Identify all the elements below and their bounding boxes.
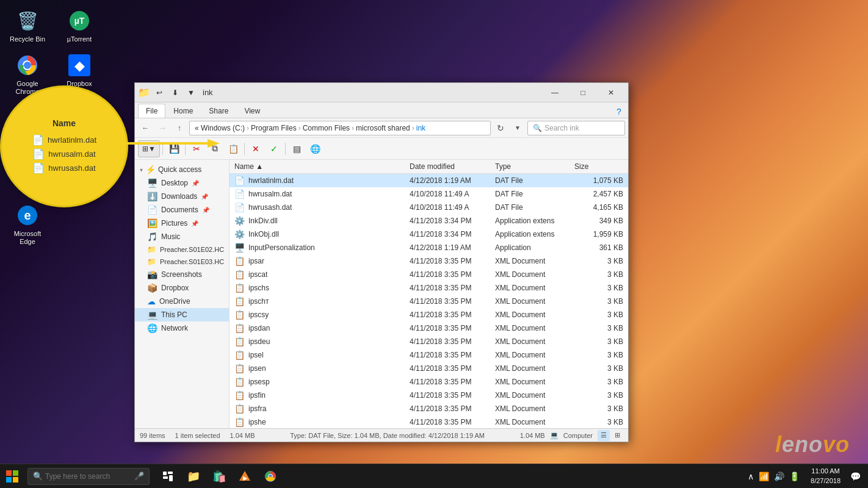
file-size: 3 KB xyxy=(574,351,623,359)
start-button[interactable] xyxy=(0,464,24,489)
col-name[interactable]: Name ▲ xyxy=(234,162,410,171)
tab-share[interactable]: Share xyxy=(201,104,236,118)
file-name-cell: 📄 hwrusash.dat xyxy=(234,203,410,212)
callout-file-1: 📄 hwrlatinlm.dat xyxy=(27,133,101,147)
nav-screenshots[interactable]: 📸 Screenshots xyxy=(135,268,229,281)
delete-btn[interactable]: ✕ xyxy=(247,140,264,157)
utorrent-icon[interactable]: µT µTorrent xyxy=(58,6,101,46)
file-row[interactable]: 📋 ipschт 4/11/2018 3:35 PM XML Document … xyxy=(230,295,628,308)
details-view-btn[interactable]: ☰ xyxy=(598,430,610,441)
file-name-cell: 📋 ipsar xyxy=(234,256,410,266)
file-row[interactable]: ⚙️ InkObj.dll 4/11/2018 3:34 PM Applicat… xyxy=(230,228,628,241)
file-size: 3 KB xyxy=(574,310,623,319)
file-row[interactable]: 🖥️ InputPersonalization 4/12/2018 1:19 A… xyxy=(230,241,628,254)
paste-btn[interactable]: 📋 xyxy=(225,140,242,157)
preacher1-nav-icon: 📁 xyxy=(147,245,156,254)
file-type: XML Document xyxy=(495,391,574,400)
content-area: ▾ ⚡ Quick access 🖥️ Desktop 📌 ⬇️ Downloa… xyxy=(135,160,628,428)
file-explorer-taskbar[interactable]: 📁 xyxy=(181,464,206,489)
file-row[interactable]: 📄 hwrusalm.dat 4/10/2018 11:49 A DAT Fil… xyxy=(230,187,628,201)
svg-rect-24 xyxy=(13,477,18,483)
tab-home[interactable]: Home xyxy=(165,104,201,118)
file-date: 4/11/2018 3:35 PM xyxy=(410,364,495,373)
file-name-cell: 📋 ipsel xyxy=(234,350,410,360)
file-row[interactable]: 📋 ipsdan 4/11/2018 3:35 PM XML Document … xyxy=(230,321,628,335)
file-row[interactable]: 📋 ipsel 4/11/2018 3:35 PM XML Document 3… xyxy=(230,348,628,362)
file-row[interactable]: 📋 ipsar 4/11/2018 3:35 PM XML Document 3… xyxy=(230,254,628,268)
file-size: 3 KB xyxy=(574,418,623,426)
nav-dropbox[interactable]: 📦 Dropbox xyxy=(135,281,229,295)
file-size: 1,075 KB xyxy=(574,176,623,185)
file-row[interactable]: 📋 ipscsy 4/11/2018 3:35 PM XML Document … xyxy=(230,308,628,321)
file-row[interactable]: 📋 ipsfra 4/11/2018 3:35 PM XML Document … xyxy=(230,402,628,415)
refresh-button[interactable]: ↻ xyxy=(493,121,508,135)
qat-menu-btn[interactable]: ▼ xyxy=(184,86,198,99)
file-row[interactable]: 📋 ipschs 4/11/2018 3:35 PM XML Document … xyxy=(230,281,628,295)
col-date[interactable]: Date modified xyxy=(410,162,495,171)
file-row[interactable]: 📋 ipsesp 4/11/2018 3:35 PM XML Document … xyxy=(230,375,628,389)
store-taskbar[interactable]: 🛍️ xyxy=(207,464,231,489)
file-row[interactable]: ⚙️ InkDiv.dll 4/11/2018 3:34 PM Applicat… xyxy=(230,214,628,228)
chrome-taskbar[interactable] xyxy=(258,464,283,489)
explorer-window: 📁 ↩ ⬇ ▼ ink — □ ✕ File Home Share View ?… xyxy=(134,82,629,442)
file-row[interactable]: 📋 ipscat 4/11/2018 3:35 PM XML Document … xyxy=(230,268,628,281)
nav-network[interactable]: 🌐 Network xyxy=(135,321,229,335)
tab-view[interactable]: View xyxy=(236,104,268,118)
chevron-icon[interactable]: ∧ xyxy=(748,472,754,481)
file-row[interactable]: 📋 ipsfin 4/11/2018 3:35 PM XML Document … xyxy=(230,389,628,402)
large-icon-view-btn[interactable]: ⊞ xyxy=(611,430,623,441)
up-button[interactable]: ↑ xyxy=(172,121,187,135)
network-tray-icon: 📶 xyxy=(759,472,769,481)
file-name: ipsfra xyxy=(248,404,266,413)
svg-text:▶: ▶ xyxy=(243,475,248,481)
clock-time: 11:00 AM xyxy=(811,467,839,476)
file-name: ipscsy xyxy=(248,310,269,319)
qat-redo-btn[interactable]: ⬇ xyxy=(168,86,182,99)
taskbar-search-input[interactable] xyxy=(45,472,131,481)
taskview-button[interactable] xyxy=(156,464,180,489)
close-button[interactable]: ✕ xyxy=(597,83,625,102)
path-current: ink xyxy=(416,124,425,132)
file-row[interactable]: 📋 ipsdeu 4/11/2018 3:35 PM XML Document … xyxy=(230,335,628,348)
file-type: XML Document xyxy=(495,364,574,373)
nav-preacher2[interactable]: 📁 Preacher.S01E03.HC xyxy=(135,256,229,268)
file-row[interactable]: 📋 ipsen 4/11/2018 3:35 PM XML Document 3… xyxy=(230,362,628,375)
svg-rect-25 xyxy=(163,472,167,475)
file-type-icon: 📄 xyxy=(234,203,245,212)
file-row[interactable]: 📄 hwrlatinlm.dat 4/12/2018 1:19 AM DAT F… xyxy=(230,174,628,187)
address-path[interactable]: « Windows (C:) › Program Files › Common … xyxy=(189,121,491,135)
nav-this-pc[interactable]: 💻 This PC xyxy=(135,308,229,321)
confirm-btn[interactable]: ✓ xyxy=(266,140,283,157)
help-button[interactable]: ? xyxy=(613,106,625,118)
file-size: 361 KB xyxy=(574,243,623,252)
file-row[interactable]: 📋 ipshe 4/11/2018 3:35 PM XML Document 3… xyxy=(230,415,628,428)
file-date: 4/11/2018 3:34 PM xyxy=(410,230,495,239)
file-rows-container: 📄 hwrlatinlm.dat 4/12/2018 1:19 AM DAT F… xyxy=(230,174,628,428)
notification-button[interactable]: 💬 xyxy=(845,464,865,489)
globe-btn[interactable]: 🌐 xyxy=(306,140,324,157)
file-date: 4/11/2018 3:34 PM xyxy=(410,217,495,225)
nav-onedrive[interactable]: ☁ OneDrive xyxy=(135,295,229,308)
maximize-button[interactable]: □ xyxy=(569,83,597,102)
minimize-button[interactable]: — xyxy=(541,83,569,102)
volume-icon[interactable]: 🔊 xyxy=(774,472,784,481)
nav-preacher1[interactable]: 📁 Preacher.S01E02.HC xyxy=(135,243,229,256)
taskbar-clock[interactable]: 11:00 AM 8/27/2018 xyxy=(806,467,845,486)
search-box[interactable]: 🔍 Search ink xyxy=(527,121,625,135)
file-row[interactable]: 📄 hwrusash.dat 4/10/2018 11:49 A DAT Fil… xyxy=(230,201,628,214)
path-segment-4: microsoft shared xyxy=(356,124,410,132)
taskbar-search-icon: 🔍 xyxy=(33,472,43,481)
taskbar-search[interactable]: 🔍 🎤 xyxy=(27,468,150,485)
vlc-taskbar[interactable]: ▶ xyxy=(233,464,257,489)
callout-file-2: 📄 hwrusalm.dat xyxy=(27,147,100,161)
col-size[interactable]: Size xyxy=(574,162,623,171)
item-count: 99 items xyxy=(140,432,165,439)
nav-music-label: Music xyxy=(161,232,180,241)
panel-btn[interactable]: ▤ xyxy=(288,140,305,157)
recycle-bin-icon[interactable]: 🗑️ Recycle Bin xyxy=(6,6,49,46)
file-name-cell: 📋 ipscsy xyxy=(234,310,410,320)
file-name-cell: 📋 ipschт xyxy=(234,296,410,306)
down-arrow-btn[interactable]: ▼ xyxy=(510,121,525,135)
window-controls: — □ ✕ xyxy=(541,83,625,102)
col-type[interactable]: Type xyxy=(495,162,574,171)
